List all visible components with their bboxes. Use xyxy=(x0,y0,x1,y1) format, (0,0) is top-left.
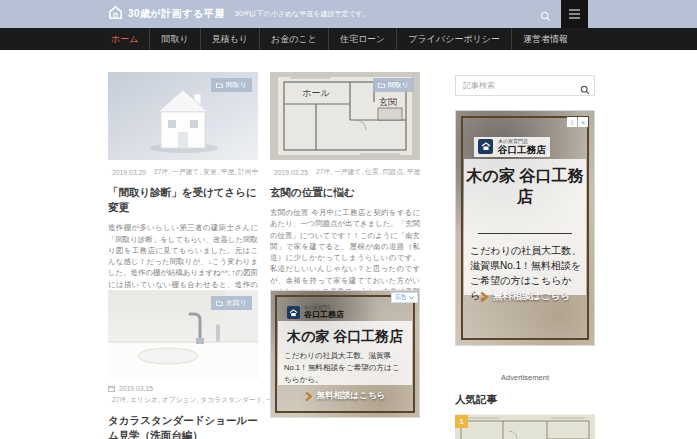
ad-corner-controls: i × xyxy=(567,117,588,127)
hamburger-menu-button[interactable] xyxy=(561,0,588,28)
nav-item-home[interactable]: ホーム xyxy=(100,28,149,50)
page: 30歳が計画する平屋 30坪以下の小さめな平屋を建設予定です。 ホーム 間取り … xyxy=(0,0,697,439)
ad-cta[interactable]: 無料相談はこちら xyxy=(271,390,419,402)
post-1-category-badge[interactable]: 間取り xyxy=(211,78,252,92)
ad-choices-chip[interactable]: 広告 xyxy=(391,292,418,303)
ad-cta-label: 無料相談はこちら xyxy=(317,390,386,402)
post-date: 2019.03.25 xyxy=(274,169,308,176)
post-tags[interactable]: 27坪, 一戸建て, 位置, 問題点, 平屋 xyxy=(316,167,420,177)
house-logo-icon xyxy=(108,5,123,24)
calendar-icon xyxy=(108,385,115,392)
ad-badge-label: 広告 xyxy=(395,293,407,302)
site-subtitle: 30坪以下の小さめな平屋を建設予定です。 xyxy=(235,9,370,19)
plan-label-entrance: 玄関 xyxy=(379,97,397,107)
post-3-thumbnail[interactable]: 水回り xyxy=(108,290,258,378)
post-card-3: 水回り 2019.03.15 27坪, エリシオ, オプション, タカラスタンダ… xyxy=(108,290,258,439)
popular-post-1-thumbnail[interactable]: 1 xyxy=(455,415,595,439)
header-search-icon[interactable] xyxy=(540,8,551,19)
nav-item-money[interactable]: お金のこと xyxy=(259,28,328,50)
post-tags[interactable]: 27坪, 一戸建て, 変更, 平屋, 計画中 xyxy=(154,167,258,177)
post-card-1: 間取り 2019.03.29 27坪, 一戸建て, 変更, 平屋, 計画中 「間… xyxy=(108,72,258,314)
ad-logo: 木の家専門店 谷口工務店 xyxy=(474,137,550,157)
post-1-thumbnail[interactable]: 間取り xyxy=(108,72,258,160)
folder-icon xyxy=(378,82,385,88)
post-card-2: ホール 玄関 間取り 2019.03.25 27坪, 一戸建て, 位置, 問題点… xyxy=(270,72,420,299)
post-2-category-badge[interactable]: 間取り xyxy=(373,78,414,92)
search-input[interactable] xyxy=(456,81,580,90)
post-date: 2019.03.15 xyxy=(119,385,153,392)
ad-cta-label: 無料相談はこちら xyxy=(493,290,570,303)
folder-icon xyxy=(216,300,223,306)
folder-icon xyxy=(216,82,223,88)
post-2-thumbnail[interactable]: ホール 玄関 間取り xyxy=(270,72,420,160)
chevron-down-icon xyxy=(409,296,414,300)
nav-item-privacy[interactable]: プライバシーポリシー xyxy=(396,28,511,50)
ad-title: 木の家 谷口工務店 xyxy=(466,166,584,208)
ad-divider xyxy=(478,233,572,234)
taniguchi-logo-icon xyxy=(287,306,300,319)
post-1-title[interactable]: 「間取り診断」を受けてさらに変更 xyxy=(108,185,258,215)
site-logo[interactable]: 30歳が計画する平屋 30坪以下の小さめな平屋を建設予定です。 xyxy=(108,5,370,24)
post-1-meta: 2019.03.29 27坪, 一戸建て, 変更, 平屋, 計画中 xyxy=(108,167,258,177)
site-title: 30歳が計画する平屋 xyxy=(128,7,225,21)
post-date: 2019.03.29 xyxy=(112,169,146,176)
search-icon[interactable] xyxy=(580,81,590,91)
site-header: 30歳が計画する平屋 30坪以下の小さめな平屋を建設予定です。 xyxy=(0,0,697,28)
ad-close-icon[interactable]: × xyxy=(578,117,588,127)
category-label: 水回り xyxy=(226,298,247,308)
post-2-excerpt: 玄関の位置 今月中に工務店と契約をするにあたり、一つ問題点が出てきました。「玄関… xyxy=(270,207,420,299)
main-nav: ホーム 間取り 見積もり お金のこと 住宅ローン プライバシーポリシー 運営者情… xyxy=(0,28,697,50)
arrow-right-icon xyxy=(480,292,488,302)
sidebar-search xyxy=(455,75,595,96)
post-tags[interactable]: 27坪, エリシオ, オプション, タカラスタンダード, 一戸建て xyxy=(112,395,294,405)
nav-item-about[interactable]: 運営者情報 xyxy=(511,28,579,50)
post-3-category-badge[interactable]: 水回り xyxy=(211,296,252,310)
popular-posts-heading: 人気記事 xyxy=(455,393,595,416)
post-2-meta: 2019.03.25 27坪, 一戸建て, 位置, 問題点, 平屋 xyxy=(270,167,420,177)
arrow-right-icon xyxy=(305,392,312,401)
category-label: 間取り xyxy=(388,80,409,90)
sidebar-ad[interactable]: i × 木の家専門店 谷口工務店 木の家 谷口工務店 こだわりの社員大工数、滋賀… xyxy=(455,110,595,346)
ad-logo-brand: 谷口工務店 xyxy=(498,145,546,155)
inline-ad[interactable]: 広告 木の家専門店 谷口工務店 木の家 谷口工務店 こだわりの社員大工数、滋賀県… xyxy=(270,290,420,418)
advertisement-caption: Advertisement xyxy=(455,373,595,382)
ad-info-icon[interactable]: i xyxy=(567,117,577,127)
post-2-title[interactable]: 玄関の位置に悩む xyxy=(270,185,420,200)
ad-logo-brand: 谷口工務店 xyxy=(304,311,344,320)
ad-logo: 木の家専門店 谷口工務店 xyxy=(287,306,344,320)
nav-item-madori[interactable]: 間取り xyxy=(149,28,199,50)
ad-body-text: こだわりの社員大工数、滋賀県No.1！無料相談をご希望の方はこちらから。 xyxy=(284,350,406,385)
nav-item-mitsumori[interactable]: 見積もり xyxy=(200,28,259,50)
ad-title: 木の家 谷口工務店 xyxy=(271,328,419,346)
nav-item-loan[interactable]: 住宅ローン xyxy=(328,28,396,50)
ad-cta[interactable]: 無料相談はこちら xyxy=(456,290,594,303)
popular-floor-plan-image xyxy=(455,415,595,439)
plan-label-hall: ホール xyxy=(302,88,329,98)
rank-1-badge: 1 xyxy=(455,415,468,428)
taniguchi-logo-icon xyxy=(478,139,493,154)
post-3-meta-tags: 27坪, エリシオ, オプション, タカラスタンダード, 一戸建て xyxy=(108,395,258,405)
category-label: 間取り xyxy=(226,80,247,90)
post-3-title[interactable]: タカラスタンダードショールーム見学（洗面台編） xyxy=(108,413,258,439)
post-3-meta-date: 2019.03.15 xyxy=(108,385,258,392)
